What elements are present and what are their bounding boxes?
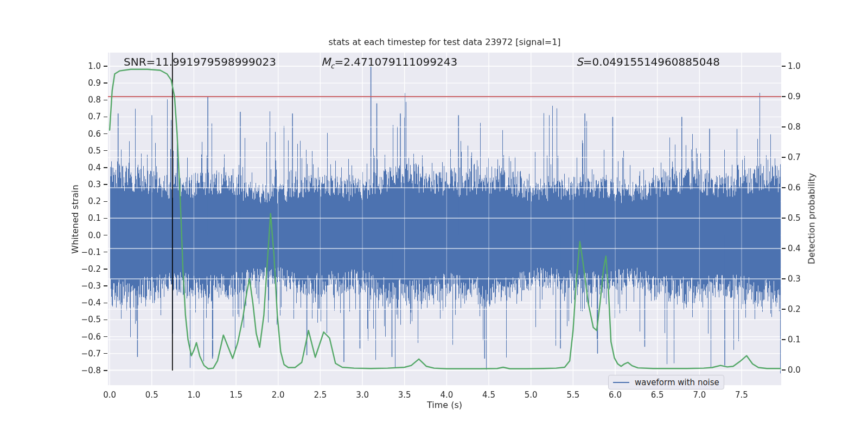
y-left-tick-label: −0.6: [75, 332, 101, 342]
y-left-tick-label: 0.9: [75, 78, 101, 88]
y-left-tick-label: 0.8: [75, 95, 101, 105]
y-left-tick-mark: [104, 285, 107, 286]
x-tick-label: 5.0: [519, 390, 543, 400]
y-right-tick-mark: [782, 339, 786, 340]
y-left-tick-mark: [104, 303, 107, 303]
y-left-tick-label: 0.5: [75, 146, 101, 156]
s-stat-value: =0.04915514960885048: [583, 55, 720, 68]
y-left-tick-label: 0.7: [75, 112, 101, 122]
x-tick-label: 0.5: [140, 390, 164, 400]
y-left-tick-mark: [104, 320, 107, 320]
figure: stats at each timestep for test data 239…: [0, 0, 868, 434]
x-tick-label: 5.5: [561, 390, 585, 400]
y-left-tick-label: 1.0: [75, 61, 101, 71]
y-left-tick-label: −0.2: [75, 264, 101, 274]
y-left-tick-mark: [104, 100, 107, 100]
x-tick-label: 4.5: [477, 390, 501, 400]
y-right-tick-mark: [782, 309, 786, 309]
annotation-s-stat: S=0.04915514960885048: [576, 55, 720, 68]
y-left-tick-mark: [104, 252, 107, 252]
waveform-legend-line-sample: [613, 382, 629, 383]
y-left-tick-label: −0.3: [75, 281, 101, 291]
x-tick-label: 6.5: [646, 390, 669, 400]
waveform-legend-label: waveform with noise: [635, 378, 719, 387]
y-right-tick-label: 0.8: [788, 122, 801, 132]
s-stat-symbol: S: [576, 55, 583, 68]
y-right-tick-mark: [782, 126, 786, 127]
y-left-tick-label: 0.1: [75, 213, 101, 223]
y-right-tick-label: 0.3: [788, 274, 801, 284]
y-left-tick-mark: [104, 218, 107, 219]
y-left-tick-mark: [104, 117, 107, 117]
annotation-snr: SNR=11.991979598999023: [124, 55, 276, 68]
chirp-mass-symbol: M: [321, 55, 330, 68]
y-right-tick-label: 0.0: [788, 365, 801, 375]
y-left-tick-label: −0.1: [75, 247, 101, 257]
y-right-tick-mark: [782, 66, 786, 66]
y-right-tick-mark: [782, 248, 786, 248]
y-right-tick-label: 0.1: [788, 335, 801, 344]
y-right-tick-label: 0.2: [788, 304, 801, 314]
y-right-tick-mark: [782, 96, 786, 97]
x-tick-label: 6.0: [603, 390, 627, 400]
y-left-tick-label: −0.4: [75, 298, 101, 308]
x-tick-label: 2.0: [266, 390, 290, 400]
y-left-tick-mark: [104, 269, 107, 269]
y-left-tick-label: 0.6: [75, 129, 101, 139]
y-left-tick-label: −0.5: [75, 315, 101, 324]
y-right-tick-mark: [782, 157, 786, 157]
y-left-tick-mark: [104, 184, 107, 184]
y-axis-label-right: Detection probability: [807, 173, 817, 264]
y-left-tick-mark: [104, 133, 107, 134]
y-right-tick-mark: [782, 218, 786, 218]
x-tick-label: 4.0: [435, 390, 458, 400]
annotation-chirp-mass: Mc=2.471079111099243: [321, 55, 457, 70]
y-left-tick-label: 0.3: [75, 180, 101, 189]
y-left-tick-label: 0.4: [75, 163, 101, 173]
y-left-tick-mark: [104, 235, 107, 235]
y-right-tick-label: 1.0: [788, 61, 801, 71]
x-tick-label: 0.0: [98, 390, 122, 400]
x-tick-label: 3.5: [393, 390, 417, 400]
legend: waveform with noise: [608, 375, 724, 390]
y-left-tick-label: 0.0: [75, 231, 101, 240]
y-left-tick-label: −0.7: [75, 349, 101, 359]
y-right-tick-label: 0.7: [788, 152, 801, 162]
chirp-mass-value: =2.471079111099243: [334, 55, 457, 68]
y-right-tick-mark: [782, 278, 786, 279]
x-tick-label: 3.0: [350, 390, 374, 400]
y-left-tick-mark: [104, 82, 107, 83]
y-left-tick-label: 0.2: [75, 196, 101, 206]
y-left-tick-mark: [104, 336, 107, 337]
y-right-tick-label: 0.6: [788, 183, 801, 193]
x-tick-label: 1.0: [182, 390, 206, 400]
y-right-tick-label: 0.9: [788, 92, 801, 101]
y-left-tick-mark: [104, 150, 107, 151]
x-tick-label: 1.5: [224, 390, 248, 400]
x-axis-label: Time (s): [108, 400, 781, 410]
y-right-tick-mark: [782, 369, 786, 370]
x-tick-label: 7.5: [730, 390, 754, 400]
x-tick-label: 7.0: [687, 390, 711, 400]
y-right-tick-label: 0.5: [788, 213, 801, 223]
y-right-tick-label: 0.4: [788, 244, 801, 253]
y-right-tick-mark: [782, 187, 786, 188]
y-left-tick-mark: [104, 201, 107, 202]
y-left-tick-mark: [104, 370, 107, 371]
chart-title: stats at each timestep for test data 239…: [108, 37, 781, 47]
y-left-tick-label: −0.8: [75, 366, 101, 375]
x-tick-label: 2.5: [308, 390, 332, 400]
y-left-tick-mark: [104, 353, 107, 354]
y-left-tick-mark: [104, 66, 107, 66]
y-left-tick-mark: [104, 167, 107, 168]
